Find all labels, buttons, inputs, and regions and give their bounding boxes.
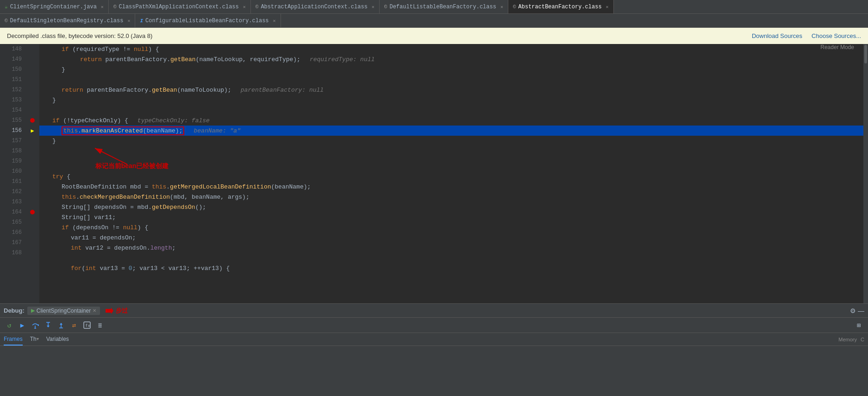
code-line-159: try { xyxy=(39,171,863,182)
tab-configurablelistable[interactable]: I ConfigurableListableBeanFactory.class … xyxy=(135,14,281,27)
code-line-167 xyxy=(39,253,863,263)
line-152: 152 xyxy=(0,85,25,95)
debug-session-tab[interactable]: ▶ ClientSpringContainer ✕ xyxy=(27,307,100,315)
class-file-icon-1: © xyxy=(113,4,117,10)
line-148: 148 xyxy=(0,44,25,54)
threads-tab-label: Th xyxy=(30,336,37,342)
line-162: 162 xyxy=(0,187,25,197)
debug-session-label: ClientSpringContainer xyxy=(37,308,91,314)
code-content: Reader Mode if (requiredType != null) { … xyxy=(39,44,863,303)
tab-close-7[interactable]: ✕ xyxy=(273,18,276,24)
debug-tabs-row: Frames Th ▾ Variables Memory C xyxy=(0,333,868,346)
tab-close-1[interactable]: ✕ xyxy=(101,4,104,10)
breakpoint-164 xyxy=(30,210,35,214)
step-over-label-area: 步过 xyxy=(105,307,128,315)
code-line-148: if (requiredType != null) { xyxy=(39,44,863,54)
step-over-text: 步过 xyxy=(116,307,128,315)
interface-file-icon: I xyxy=(140,18,143,24)
debug-session-close[interactable]: ✕ xyxy=(93,308,96,313)
decompiled-notice: Decompiled .class file, bytecode version… xyxy=(7,32,152,39)
debug-panel: Debug: ▶ ClientSpringContainer ✕ 步过 ⚙ — … xyxy=(0,303,868,396)
tab-close-2[interactable]: ✕ xyxy=(243,4,246,10)
annotation-text: 标记当前bean已经被创建 xyxy=(95,162,169,170)
tab-defaultlistable[interactable]: © DefaultListableBeanFactory.class ✕ xyxy=(380,0,508,13)
debug-line-166 xyxy=(25,227,39,238)
debug-header-right: ⚙ — xyxy=(850,307,864,314)
code-line-163: String[] var11; xyxy=(39,212,863,222)
code-line-165: var11 = dependsOn; xyxy=(39,233,863,243)
debug-session-icon: ▶ xyxy=(31,308,35,314)
tab-label: ConfigurableListableBeanFactory.class xyxy=(145,18,269,24)
layout-button[interactable]: ⊞ xyxy=(853,320,864,331)
code-line-152: return parentBeanFactory.getBean(nameToL… xyxy=(39,85,863,95)
annotation-container: 标记当前bean已经被创建 xyxy=(86,146,178,170)
tab-close-3[interactable]: ✕ xyxy=(372,4,375,10)
debug-toolbar: ↺ ▶ ⇄ xyxy=(0,318,868,333)
tab-variables[interactable]: Variables xyxy=(46,333,69,346)
debug-line-155 xyxy=(25,115,39,126)
class-file-icon-3: © xyxy=(384,4,387,10)
tab-threads[interactable]: Th ▾ xyxy=(30,333,39,346)
debug-line-164 xyxy=(25,207,39,217)
choose-sources-link[interactable]: Choose Sources... xyxy=(812,32,861,39)
step-out-icon xyxy=(57,321,65,329)
vertical-scrollbar[interactable] xyxy=(863,44,868,303)
line-166: 166 xyxy=(0,227,25,238)
resume-button[interactable]: ▶ xyxy=(17,320,28,331)
minimize-icon[interactable]: — xyxy=(858,307,864,314)
tab-label: DefaultSingletonBeanRegistry.class xyxy=(10,18,124,24)
code-line-153: } xyxy=(39,95,863,105)
code-line-150: } xyxy=(39,64,863,75)
code-line-156: this.markBeanAsCreated(beanName); beanNa… xyxy=(39,126,863,136)
tab-close-6[interactable]: ✕ xyxy=(127,18,130,24)
debug-line-149 xyxy=(25,54,39,64)
svg-marker-7 xyxy=(47,326,50,327)
threads-dropdown-icon: ▾ xyxy=(37,336,39,341)
svg-marker-5 xyxy=(34,328,37,329)
gear-icon[interactable]: ⚙ xyxy=(850,307,856,314)
variables-tab-label: Variables xyxy=(46,336,69,342)
tab-client-spring-container[interactable]: ☕ ClientSpringContainer.java ✕ xyxy=(0,0,109,13)
tab-defaultsingleton[interactable]: © DefaultSingletonBeanRegistry.class ✕ xyxy=(0,14,135,27)
evaluate-button[interactable]: fx xyxy=(81,320,93,331)
scrollbar-thumb[interactable] xyxy=(864,45,867,63)
code-line-161: this.checkMergedBeanDefinition(mbd, bean… xyxy=(39,192,863,202)
line-number-gutter: 148 149 150 151 152 153 154 155 156 157 … xyxy=(0,44,25,303)
debug-line-150 xyxy=(25,64,39,75)
tab-close-4[interactable]: ✕ xyxy=(500,4,503,10)
line-161: 161 xyxy=(0,176,25,187)
tab-label: DefaultListableBeanFactory.class xyxy=(389,4,496,10)
line-160: 160 xyxy=(0,166,25,176)
run-to-cursor-button[interactable]: ⇄ xyxy=(69,320,80,331)
line-168: 168 xyxy=(0,248,25,258)
download-sources-link[interactable]: Download Sources xyxy=(752,32,802,39)
tab-label: AbstractBeanFactory.class xyxy=(518,4,602,10)
step-into-button[interactable] xyxy=(43,320,54,331)
svg-marker-10 xyxy=(60,323,62,325)
reader-mode-button[interactable]: Reader Mode xyxy=(820,44,854,50)
debug-line-162 xyxy=(25,187,39,197)
code-line-154 xyxy=(39,105,863,115)
debug-title: Debug: xyxy=(4,307,25,314)
restart-button[interactable]: ↺ xyxy=(4,320,15,331)
code-line-166: int var12 = dependsOn.length; xyxy=(39,243,863,253)
step-over-button[interactable] xyxy=(30,320,41,331)
debug-line-159 xyxy=(25,156,39,166)
c-label: C xyxy=(861,337,864,342)
debug-line-153 xyxy=(25,95,39,105)
trace-button[interactable]: ≣ xyxy=(94,320,106,331)
svg-text:fx: fx xyxy=(85,323,90,328)
step-out-button[interactable] xyxy=(56,320,67,331)
line-153: 153 xyxy=(0,95,25,105)
tab-close-5[interactable]: ✕ xyxy=(606,4,609,10)
step-over-icon xyxy=(31,321,39,329)
line-155: 155 xyxy=(0,115,25,126)
tab-classpathxml[interactable]: © ClassPathXmlApplicationContext.class ✕ xyxy=(109,0,251,13)
code-line-149: return parentBeanFactory.getBean(nameToL… xyxy=(39,54,863,64)
tab-abstractappcontext[interactable]: © AbstractApplicationContext.class ✕ xyxy=(251,0,380,13)
code-line-160: RootBeanDefinition mbd = this.getMergedL… xyxy=(39,182,863,192)
tab-abstractbeanfactory[interactable]: © AbstractBeanFactory.class ✕ xyxy=(508,0,614,13)
line-163: 163 xyxy=(0,197,25,207)
line-150: 150 xyxy=(0,64,25,75)
tab-frames[interactable]: Frames xyxy=(4,333,23,346)
